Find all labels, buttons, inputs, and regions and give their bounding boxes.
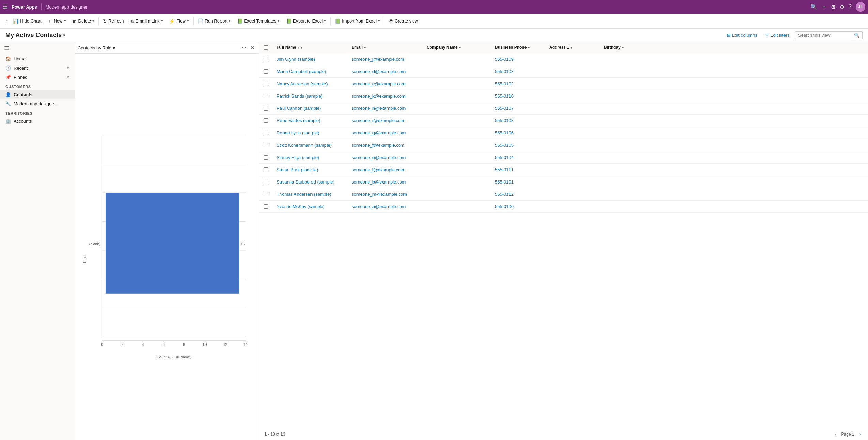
row-checkbox-12[interactable] [259, 202, 273, 211]
row-checkbox-2[interactable] [259, 79, 273, 88]
cell-fullname-0[interactable]: Jim Glynn (sample) [273, 55, 348, 64]
row-checkbox-0[interactable] [259, 55, 273, 63]
edit-columns-button[interactable]: ⊞ Edit columns [724, 31, 760, 39]
cell-fullname-6[interactable]: Robert Lyon (sample) [273, 128, 348, 137]
cell-fullname-12[interactable]: Yvonne McKay (sample) [273, 202, 348, 211]
add-icon[interactable]: ＋ [821, 3, 827, 11]
create-view-button[interactable]: 👁 Create view [386, 17, 421, 25]
import-dropdown-icon[interactable]: ▾ [378, 19, 380, 23]
cell-email-0[interactable]: someone_j@example.com [348, 55, 423, 64]
cell-email-3[interactable]: someone_k@example.com [348, 91, 423, 101]
row-checkbox-10[interactable] [259, 178, 273, 186]
sidebar-item-pinned[interactable]: 📌 Pinned ▾ [0, 73, 75, 82]
export-excel-button[interactable]: 📗 Export to Excel ▾ [283, 17, 329, 25]
report-dropdown-icon[interactable]: ▾ [229, 19, 231, 23]
pinned-expand-icon[interactable]: ▾ [67, 75, 69, 79]
row-checkbox-1[interactable] [259, 67, 273, 76]
fullname-filter-icon[interactable]: ▾ [301, 46, 302, 49]
help-icon[interactable]: ? [849, 4, 852, 10]
email-dropdown-icon[interactable]: ▾ [161, 19, 163, 23]
email-filter-icon[interactable]: ▾ [364, 46, 366, 49]
cell-email-10[interactable]: someone_b@example.com [348, 177, 423, 187]
new-dropdown-icon[interactable]: ▾ [64, 19, 66, 23]
row-checkbox-4[interactable] [259, 104, 273, 113]
refresh-button[interactable]: ↻ Refresh [100, 17, 127, 25]
search-icon[interactable]: 🔍 [810, 4, 817, 10]
cell-email-7[interactable]: someone_f@example.com [348, 141, 423, 150]
cell-fullname-4[interactable]: Paul Cannon (sample) [273, 104, 348, 113]
cell-email-12[interactable]: someone_a@example.com [348, 202, 423, 211]
cell-email-6[interactable]: someone_g@example.com [348, 128, 423, 137]
flow-button[interactable]: ⚡ Flow ▾ [166, 17, 192, 25]
new-button[interactable]: ＋ New ▾ [45, 17, 68, 26]
sidebar-item-contacts[interactable]: 👤 Contacts [0, 90, 75, 99]
cell-email-11[interactable]: someone_m@example.com [348, 190, 423, 199]
search-input[interactable] [798, 33, 853, 38]
prev-page-button[interactable]: ‹ [833, 431, 838, 437]
cell-email-1[interactable]: someone_d@example.com [348, 67, 423, 76]
col-header-birthday[interactable]: Birthday ▾ [600, 42, 634, 53]
excel-templates-button[interactable]: 📗 Excel Templates ▾ [234, 17, 282, 25]
cell-email-4[interactable]: someone_h@example.com [348, 104, 423, 113]
filter-icon[interactable]: ⚙ [831, 4, 836, 10]
row-checkbox-9[interactable] [259, 165, 273, 174]
cell-fullname-9[interactable]: Susan Burk (sample) [273, 165, 348, 174]
chart-more-button[interactable]: ⋯ [240, 44, 248, 51]
row-checkbox-7[interactable] [259, 141, 273, 149]
cell-fullname-11[interactable]: Thomas Andersen (sample) [273, 190, 348, 199]
recent-expand-icon[interactable]: ▾ [67, 66, 69, 70]
search-submit-icon[interactable]: 🔍 [854, 33, 859, 38]
next-page-button[interactable]: › [857, 431, 863, 437]
hide-chart-button[interactable]: 📊 Hide Chart [10, 17, 44, 25]
settings-icon[interactable]: ⚙ [840, 4, 844, 10]
cell-fullname-5[interactable]: Rene Valdes (sample) [273, 116, 348, 125]
row-checkbox-5[interactable] [259, 116, 273, 125]
row-checkbox-11[interactable] [259, 190, 273, 199]
cell-fullname-8[interactable]: Sidney Higa (sample) [273, 153, 348, 162]
col-header-phone[interactable]: Business Phone ▾ [491, 42, 545, 53]
import-excel-button[interactable]: 📗 Import from Excel ▾ [332, 17, 383, 25]
phone-filter-icon[interactable]: ▾ [528, 46, 530, 49]
export-dropdown-icon[interactable]: ▾ [324, 19, 326, 23]
row-checkbox-8[interactable] [259, 153, 273, 162]
avatar[interactable]: JL [856, 2, 865, 12]
birthday-filter-icon[interactable]: ▾ [622, 46, 624, 49]
sidebar-item-recent[interactable]: 🕐 Recent ▾ [0, 63, 75, 73]
cell-email-5[interactable]: someone_i@example.com [348, 116, 423, 125]
back-button[interactable]: ‹ [3, 17, 10, 25]
sidebar-item-home[interactable]: 🏠 Home [0, 54, 75, 63]
col-header-email[interactable]: Email ▾ [348, 42, 423, 53]
sidebar-item-accounts[interactable]: 🏢 Accounts [0, 117, 75, 126]
row-checkbox-6[interactable] [259, 129, 273, 137]
email-link-button[interactable]: ✉ Email a Link ▾ [127, 17, 166, 25]
cell-email-8[interactable]: someone_e@example.com [348, 153, 423, 162]
chart-bar[interactable] [106, 193, 239, 294]
select-all-checkbox[interactable] [259, 43, 273, 53]
chart-close-button[interactable]: ✕ [249, 44, 256, 51]
col-header-fullname[interactable]: Full Name ↑ ▾ [273, 42, 348, 53]
cell-fullname-3[interactable]: Patrick Sands (sample) [273, 91, 348, 101]
delete-dropdown-icon[interactable]: ▾ [92, 19, 94, 23]
excel-dropdown-icon[interactable]: ▾ [278, 19, 280, 23]
cell-fullname-1[interactable]: Maria Campbell (sample) [273, 67, 348, 76]
address-filter-icon[interactable]: ▾ [570, 46, 572, 49]
flow-dropdown-icon[interactable]: ▾ [187, 19, 189, 23]
cell-email-2[interactable]: someone_c@example.com [348, 79, 423, 88]
sidebar-toggle[interactable]: ☰ [0, 42, 75, 54]
sidebar-item-modern-app[interactable]: 🔧 Modern app designe... [0, 99, 75, 108]
delete-button[interactable]: 🗑 Delete ▾ [70, 17, 97, 25]
run-report-button[interactable]: 📄 Run Report ▾ [195, 17, 233, 25]
edit-filters-button[interactable]: ▽ Edit filters [763, 31, 792, 39]
cell-fullname-2[interactable]: Nancy Anderson (sample) [273, 79, 348, 88]
col-header-address[interactable]: Address 1 ▾ [545, 42, 600, 53]
cell-fullname-7[interactable]: Scott Konersmann (sample) [273, 141, 348, 150]
view-title-dropdown-icon[interactable]: ▾ [63, 33, 65, 38]
header-checkbox[interactable] [264, 45, 268, 50]
cell-fullname-10[interactable]: Susanna Stubberod (sample) [273, 177, 348, 187]
cell-email-9[interactable]: someone_l@example.com [348, 165, 423, 174]
hamburger-icon[interactable]: ☰ [3, 4, 7, 10]
chart-title-button[interactable]: Contacts by Role ▾ [78, 45, 115, 50]
search-box[interactable]: 🔍 [795, 31, 863, 39]
row-checkbox-3[interactable] [259, 92, 273, 100]
company-filter-icon[interactable]: ▾ [459, 46, 461, 49]
